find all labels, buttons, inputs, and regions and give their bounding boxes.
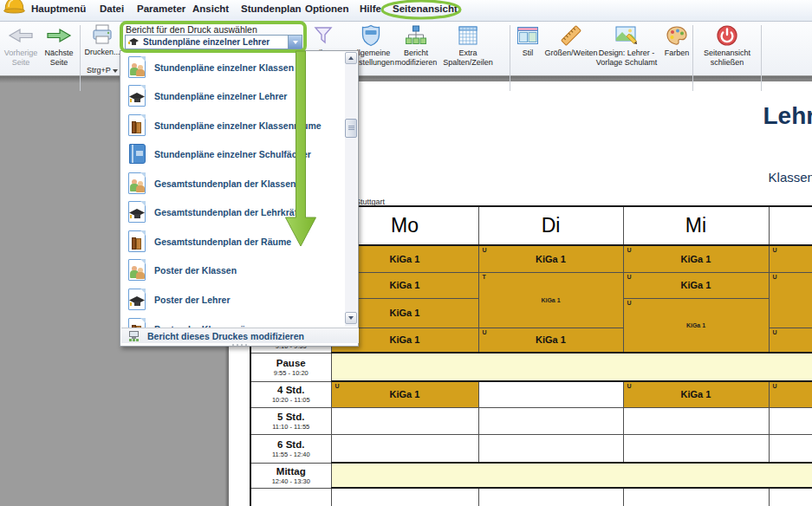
chevron-down-icon [293, 41, 298, 44]
menu-datei[interactable]: Datei [100, 3, 124, 14]
report-option-klassen[interactable]: Stundenpläne einzelner Klassen [121, 53, 345, 81]
table-row: 4 Std.10:20 - 11:05 UKiGa 1 UKiGa 1 UKiG… [250, 381, 812, 407]
menu-parameter[interactable]: Parameter [137, 3, 185, 14]
scroll-up-button[interactable] [345, 52, 357, 64]
lesson-cell: UKiGa 1 [623, 245, 769, 272]
empty-cell [478, 488, 623, 506]
report-option-klassenraeume[interactable]: Stundenpläne einzelner Klassenräume [121, 111, 345, 139]
report-dropdown-panel: Stundenpläne einzelner Klassen Stundenpl… [120, 50, 359, 347]
report-option-gesamt-lehrkraefte[interactable]: Gesamtstundenplan der Lehrkräfte [121, 198, 345, 226]
colors-label: Farben [665, 49, 690, 58]
report-picker-value: Stundenpläne einzelner Lehrer [143, 37, 288, 47]
lesson-cell: UKiGa 1 [623, 381, 769, 407]
lesson-cell: UKiGa 1 [623, 272, 769, 298]
empty-cell [769, 434, 812, 463]
scrollbar-thumb[interactable] [345, 119, 357, 138]
panel-resize-grip[interactable] [120, 343, 358, 347]
menu-stundenplan[interactable]: Stundenplan [241, 3, 302, 14]
subject-book-icon [129, 144, 146, 164]
menu-seitenansicht[interactable]: Seitenansicht [393, 3, 458, 14]
previous-page-button[interactable]: Vorherige Seite [2, 23, 40, 74]
report-option-lehrer[interactable]: Stundenpläne einzelner Lehrer [121, 81, 345, 110]
time-cell [250, 488, 331, 506]
empty-cell [623, 488, 769, 506]
scroll-down-button[interactable] [345, 312, 357, 324]
modify-report-button[interactable]: Bericht modifizieren [388, 23, 444, 74]
report-option-gesamt-raeume[interactable]: Gesamtstundenplan der Räume [121, 227, 345, 256]
ruler-icon [560, 23, 582, 47]
classes-page-icon [128, 172, 146, 194]
report-option-poster-klassen[interactable]: Poster der Klassen [121, 256, 345, 284]
menu-hilfe[interactable]: Hilfe [360, 3, 381, 14]
day-header-di: Di [478, 206, 623, 245]
pause-band-cell [331, 353, 812, 381]
report-picker-label: Bericht für den Druck auswählen [126, 24, 257, 35]
lesson-cell: UKiGa 1 [478, 245, 623, 272]
teacher-page-icon [128, 85, 146, 107]
mittag-band-cell [331, 463, 812, 488]
lesson-cell: UKiGa 1 [769, 328, 812, 353]
table-row [250, 488, 812, 506]
style-button[interactable]: Stil [511, 23, 544, 74]
classes-page-icon [128, 259, 146, 281]
menu-optionen[interactable]: Optionen [305, 3, 348, 14]
toolbar-separator [510, 25, 510, 91]
empty-cell [478, 434, 623, 463]
previous-page-label: Vorherige Seite [2, 49, 40, 67]
report-option-gesamt-klassen[interactable]: Gesamtstundenplan der Klassen [121, 169, 345, 198]
menu-hauptmenu[interactable]: Hauptmenü [31, 3, 86, 14]
report-settings-icon [128, 331, 140, 341]
palette-icon [666, 23, 688, 47]
extra-columns-rows-button[interactable]: Extra Spalten/Zeilen [441, 23, 495, 74]
triangle-up-icon [348, 56, 354, 60]
menu-ansicht[interactable]: Ansicht [192, 3, 229, 14]
toolbar-separator [692, 25, 693, 91]
close-preview-label: Seitenansicht schließen [697, 49, 757, 67]
grid-icon [458, 23, 478, 47]
toolbar-separator [80, 25, 81, 91]
dropdown-scrollbar[interactable] [345, 52, 357, 327]
report-option-poster-lehrer[interactable]: Poster der Lehrer [121, 285, 345, 314]
print-shortcut: Strg+P [87, 66, 111, 75]
time-cell: 5 Std.11:10 - 11:55 [250, 407, 331, 434]
menu-bar: Hauptmenü Datei Parameter Ansicht Stunde… [0, 0, 812, 22]
time-cell: 6 Std.11:55 - 12:40 [250, 434, 331, 463]
day-header-mi: Mi [623, 206, 769, 245]
style-label: Stil [523, 49, 534, 58]
lesson-cell: UKiGa 1 [769, 245, 812, 272]
modify-this-report-item[interactable]: Bericht dieses Druckes modifizieren [121, 328, 359, 343]
teacher-page-icon [128, 289, 146, 310]
empty-cell [331, 434, 478, 463]
close-preview-button[interactable]: Seitenansicht schließen [696, 23, 758, 74]
pause-row: Pause9:55 - 10:20 [250, 353, 812, 381]
report-picker-combobox[interactable]: Stundenpläne einzelner Lehrer [125, 35, 302, 49]
lesson-cell: UKiGa 1 [331, 381, 478, 407]
design-template-button[interactable]: Design: Lehrer - Vorlage Schulamt [594, 23, 659, 74]
next-page-button[interactable]: Nächste Seite [40, 23, 78, 74]
empty-cell [769, 407, 812, 434]
lesson-cell: UKiGa 1 [478, 328, 623, 353]
time-cell: Pause9:55 - 10:20 [250, 353, 331, 381]
table-row: 5 Std.11:10 - 11:55 [250, 407, 812, 434]
next-page-label: Nächste Seite [40, 49, 78, 67]
empty-cell [478, 381, 623, 407]
print-label: Drucken... [84, 48, 120, 56]
triangle-down-icon [348, 316, 354, 320]
style-window-icon [516, 23, 539, 47]
colors-button[interactable]: Farben [661, 23, 692, 74]
arrow-left-icon [8, 23, 34, 47]
print-button[interactable]: Drucken... Strg+P [82, 23, 122, 74]
empty-cell [331, 407, 478, 434]
empty-cell [478, 407, 623, 434]
empty-cell [623, 407, 769, 434]
shield-icon [361, 23, 381, 47]
modify-report-label: Bericht modifizieren [388, 49, 444, 67]
combobox-dropdown-button[interactable] [288, 36, 302, 49]
report-option-schulfaecher[interactable]: Stundenpläne einzelner Schulfächer [121, 139, 345, 168]
app-logo-bell-icon[interactable] [3, 0, 26, 14]
print-dropdown-caret-icon [113, 69, 118, 73]
empty-cell [623, 434, 769, 463]
room-page-icon [128, 114, 146, 136]
day-header-do: Do [769, 206, 812, 245]
page-subtitle: Klassenlehrer der Klasse: 1. Klasse [469, 170, 812, 185]
